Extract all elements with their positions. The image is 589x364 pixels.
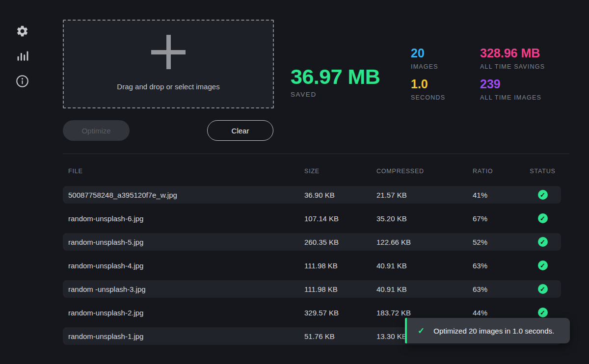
table-divider [63, 154, 569, 154]
optimize-button[interactable]: Optimize [63, 120, 130, 141]
compressed-cell: 40.91 KB [376, 285, 473, 293]
compressed-cell: 35.20 KB [376, 214, 473, 223]
size-cell: 36.90 KB [304, 191, 376, 199]
saved-stat: 36.97 MB SAVED [291, 65, 380, 98]
status-done-icon: ✓ [538, 284, 548, 294]
app-window: Drag and drop or select images Optimize … [0, 0, 589, 364]
header-compressed: COMPRESSED [376, 168, 473, 175]
ratio-cell: 44% [473, 309, 524, 317]
status-done-icon: ✓ [538, 237, 548, 247]
status-cell: ✓ [524, 284, 561, 294]
file-cell: random-unsplash-1.jpg [68, 332, 304, 340]
table-row: random -unsplash-3.jpg 111.98 KB 40.91 K… [63, 280, 561, 298]
size-cell: 111.98 KB [304, 261, 376, 270]
ratio-cell: 63% [473, 261, 524, 270]
seconds-label: SECONDS [411, 94, 445, 101]
gear-icon [16, 25, 29, 38]
images-label: IMAGES [411, 63, 445, 70]
all-time-savings-label: ALL TIME SAVINGS [480, 63, 545, 70]
status-done-icon: ✓ [538, 213, 548, 223]
seconds-stat: 1.0 SECONDS [411, 78, 445, 101]
images-value: 20 [411, 47, 445, 59]
ratio-cell: 67% [473, 214, 524, 223]
all-time-images-label: ALL TIME IMAGES [480, 94, 545, 101]
ratio-cell: 41% [473, 191, 524, 199]
all-time-savings-value: 328.96 MB [480, 47, 545, 59]
header-file: FILE [68, 168, 304, 175]
file-cell: random-unsplash-5.jpg [68, 238, 304, 246]
header-size: SIZE [304, 168, 376, 175]
file-cell: random-unsplash-6.jpg [68, 214, 304, 223]
file-cell: random -unsplash-3.jpg [68, 285, 304, 293]
file-cell: 50087758248_a395120f7e_w.jpg [68, 191, 304, 199]
table-header: FILE SIZE COMPRESSED RATIO STATUS [63, 162, 561, 180]
status-cell: ✓ [524, 190, 561, 200]
dropzone-label: Drag and drop or select images [117, 82, 219, 91]
table-row: random-unsplash-4.jpg 111.98 KB 40.91 KB… [63, 257, 561, 274]
status-cell: ✓ [524, 260, 561, 270]
saved-value: 36.97 MB [291, 65, 380, 88]
header-ratio: RATIO [473, 168, 524, 175]
size-cell: 329.57 KB [304, 309, 376, 317]
toast-message: Optimized 20 images in 1.0 seconds. [433, 327, 554, 335]
status-cell: ✓ [524, 237, 561, 247]
toast[interactable]: ✓ Optimized 20 images in 1.0 seconds. [405, 318, 570, 343]
all-time-stats: 328.96 MB ALL TIME SAVINGS 239 ALL TIME … [480, 47, 545, 109]
plus-icon [151, 35, 186, 69]
saved-label: SAVED [291, 91, 380, 98]
clear-button[interactable]: Clear [207, 120, 273, 141]
file-cell: random-unsplash-4.jpg [68, 261, 304, 270]
sidebar-item-stats[interactable] [14, 48, 30, 63]
sidebar-item-settings[interactable] [14, 23, 30, 39]
info-icon [16, 75, 29, 88]
all-time-images-stat: 239 ALL TIME IMAGES [480, 78, 545, 101]
size-cell: 51.76 KB [304, 332, 376, 340]
session-stats: 20 IMAGES 1.0 SECONDS [411, 47, 445, 109]
status-cell: ✓ [524, 308, 561, 317]
size-cell: 111.98 KB [304, 285, 376, 293]
ratio-cell: 63% [473, 285, 524, 293]
status-done-icon: ✓ [538, 308, 548, 317]
check-icon: ✓ [418, 326, 425, 336]
table-row: random-unsplash-5.jpg 260.35 KB 122.66 K… [63, 233, 561, 251]
status-done-icon: ✓ [538, 190, 548, 200]
images-stat: 20 IMAGES [411, 47, 445, 70]
compressed-cell: 40.91 KB [376, 261, 473, 270]
file-cell: random-unsplash-2.jpg [68, 309, 304, 317]
compressed-cell: 183.72 KB [376, 309, 473, 317]
header-status: STATUS [524, 168, 561, 175]
ratio-cell: 52% [473, 238, 524, 246]
table-row: random-unsplash-6.jpg 107.14 KB 35.20 KB… [63, 209, 561, 227]
dropzone[interactable]: Drag and drop or select images [63, 20, 274, 108]
compressed-cell: 21.57 KB [376, 191, 473, 199]
all-time-savings-stat: 328.96 MB ALL TIME SAVINGS [480, 47, 545, 70]
size-cell: 260.35 KB [304, 238, 376, 246]
bar-chart-icon [16, 49, 29, 62]
status-done-icon: ✓ [538, 260, 548, 270]
seconds-value: 1.0 [411, 78, 445, 90]
all-time-images-value: 239 [480, 78, 545, 90]
compressed-cell: 122.66 KB [376, 238, 473, 246]
size-cell: 107.14 KB [304, 214, 376, 223]
sidebar-item-about[interactable] [14, 73, 30, 89]
table-row: 50087758248_a395120f7e_w.jpg 36.90 KB 21… [63, 186, 561, 204]
status-cell: ✓ [524, 213, 561, 223]
